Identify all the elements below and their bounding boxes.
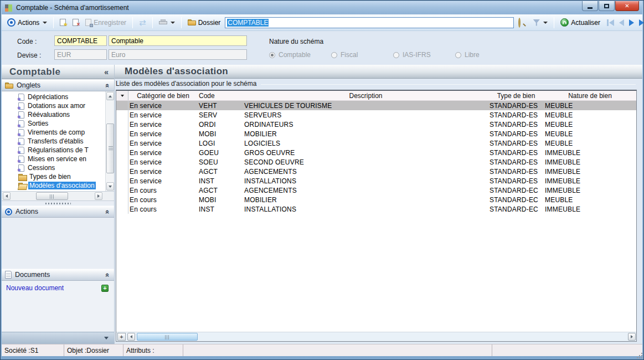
column-header[interactable]: Code — [198, 92, 243, 100]
tree-item[interactable]: Transferts d'établis — [2, 137, 105, 146]
table-row[interactable]: En cours AGCT AGENCEMENTS STANDARD-EC IM… — [116, 186, 636, 195]
table-row[interactable]: En service INST INSTALLATIONS STANDARD-E… — [116, 176, 636, 186]
table-row[interactable]: En service SOEU SECOND OEUVRE STANDARD-E… — [116, 157, 636, 167]
minimize-button[interactable] — [582, 1, 598, 11]
table-row[interactable]: En service LOGI LOGICIELS STANDARD-ES ME… — [116, 138, 636, 148]
search-input[interactable]: COMPTABLE — [225, 17, 514, 28]
delete-button[interactable]: ✕ — [70, 18, 81, 27]
add-document-button[interactable]: + — [101, 285, 109, 292]
column-header[interactable]: Catégorie de bien — [128, 92, 198, 100]
table-row[interactable]: En service VEHT VEHICULES DE TOURISME ST… — [116, 101, 636, 110]
row-selector-cell[interactable] — [116, 101, 128, 110]
row-selector-cell[interactable] — [116, 148, 128, 157]
row-selector-cell[interactable] — [116, 129, 128, 138]
new-button[interactable]: ★ — [58, 18, 68, 27]
tree-item[interactable]: Régularisations de T — [2, 146, 105, 155]
nouveau-document-link[interactable]: Nouveau document — [6, 284, 64, 292]
scrollbar-thumb[interactable] — [106, 124, 114, 173]
scroll-down-button[interactable] — [106, 182, 114, 191]
tree-item[interactable]: Dépréciations — [2, 92, 105, 101]
table-row[interactable]: En service ORDI ORDINATEURS STANDARD-ES … — [116, 120, 636, 129]
tree-item[interactable]: Sorties — [2, 119, 105, 128]
tree-item[interactable]: Types de bien — [2, 172, 105, 181]
table-row[interactable]: En service MOBI MOBILIER STANDARD-ES MEU… — [116, 129, 636, 138]
cell-type: STANDARD-EC — [488, 205, 544, 213]
filter-button[interactable] — [530, 18, 550, 27]
last-icon — [639, 19, 644, 26]
column-selector-button[interactable] — [116, 91, 128, 100]
collapse-section-icon[interactable]: « — [104, 83, 112, 87]
cell-nature: IMMEUBLE — [544, 205, 636, 213]
tree-item[interactable]: Réévaluations — [2, 110, 105, 119]
resize-grip[interactable] — [636, 352, 642, 358]
sidebar-title: Comptable — [9, 66, 60, 78]
column-header[interactable]: Description — [243, 92, 488, 100]
row-selector-cell[interactable] — [116, 138, 128, 148]
table-row[interactable]: En service AGCT AGENCEMENTS STANDARD-ES … — [116, 167, 636, 176]
print-button[interactable] — [157, 18, 177, 27]
tree-horizontal-scrollbar[interactable] — [2, 192, 114, 201]
search-button[interactable] — [516, 18, 528, 28]
dossier-button[interactable]: Dossier — [186, 18, 223, 28]
onglets-section-header[interactable]: Onglets « — [2, 79, 114, 91]
tree-item[interactable]: Modèles d'association — [2, 181, 105, 190]
title-bar[interactable]: Comptable - Schéma d'amortissement ✕ — [2, 1, 642, 14]
scroll-right-button[interactable] — [628, 333, 636, 341]
nature-radio-option[interactable]: Fiscal — [331, 51, 393, 59]
chevron-down-icon[interactable] — [104, 337, 109, 340]
table-row[interactable]: En cours MOBI MOBILIER STANDARD-EC MEUBL… — [116, 195, 636, 204]
row-selector-cell[interactable] — [116, 204, 128, 214]
row-selector-cell[interactable] — [116, 176, 128, 186]
row-selector-cell[interactable] — [116, 157, 128, 167]
nature-radio-option[interactable]: Libre — [455, 51, 517, 59]
row-selector-cell[interactable] — [116, 186, 128, 195]
maximize-button[interactable] — [599, 1, 615, 11]
tree-vertical-scrollbar[interactable] — [105, 91, 114, 191]
cell-description: AGENCEMENTS — [243, 187, 488, 194]
splitter-handle[interactable] — [2, 201, 114, 205]
table-horizontal-scrollbar[interactable]: + — [116, 332, 636, 341]
collapse-sidebar-icon[interactable]: « — [104, 68, 109, 76]
last-record-button[interactable] — [639, 19, 644, 26]
collapse-section-icon[interactable]: « — [104, 272, 112, 276]
row-selector-cell[interactable] — [116, 120, 128, 129]
devise-field[interactable] — [54, 49, 107, 60]
collapse-section-icon[interactable]: « — [104, 209, 112, 213]
tree-item[interactable]: Mises en service en — [2, 155, 105, 163]
first-record-button[interactable] — [607, 19, 614, 26]
close-button[interactable]: ✕ — [615, 1, 639, 11]
actions-button[interactable]: Actions — [5, 17, 49, 28]
actualiser-button[interactable]: Actualiser — [558, 17, 602, 28]
scroll-left-button[interactable] — [3, 192, 11, 200]
column-header[interactable]: Type de bien — [488, 92, 544, 100]
table-row[interactable]: En service SERV SERVEURS STANDARD-ES MEU… — [116, 110, 636, 120]
scrollbar-thumb[interactable] — [36, 192, 68, 200]
row-selector-cell[interactable] — [116, 110, 128, 120]
tree-item[interactable]: Cessions — [2, 163, 105, 172]
cell-categorie: En service — [128, 168, 198, 176]
table-row[interactable]: En service GOEU GROS OEUVRE STANDARD-ES … — [116, 148, 636, 157]
row-selector-cell[interactable] — [116, 167, 128, 176]
actions-section-header[interactable]: Actions « — [2, 205, 114, 218]
add-row-button[interactable]: + — [117, 333, 126, 341]
tree-item[interactable]: Virements de comp — [2, 128, 105, 137]
refresh-button[interactable]: ⇄ — [137, 18, 148, 28]
row-selector-cell[interactable] — [116, 195, 128, 204]
table-row[interactable]: En cours INST INSTALLATIONS STANDARD-EC … — [116, 204, 636, 214]
documents-section-header[interactable]: Documents « — [2, 269, 114, 281]
scroll-up-button[interactable] — [106, 92, 114, 100]
next-record-button[interactable] — [629, 19, 634, 26]
scrollbar-thumb[interactable] — [137, 333, 198, 341]
devise-name-field[interactable] — [109, 49, 247, 60]
column-header[interactable]: Nature de bien — [544, 92, 636, 100]
actions-panel-empty — [2, 218, 114, 269]
nature-radio-option[interactable]: Comptable — [269, 51, 331, 59]
code-name-field[interactable] — [109, 35, 247, 46]
tree-item[interactable]: Dotations aux amor — [2, 101, 105, 110]
nature-radio-option[interactable]: IAS-IFRS — [393, 51, 455, 59]
scroll-right-button[interactable] — [95, 192, 102, 200]
previous-record-button[interactable] — [619, 19, 624, 26]
save-button[interactable]: Enregistrer — [83, 18, 128, 28]
scroll-left-button[interactable] — [127, 333, 135, 341]
code-field[interactable] — [54, 35, 107, 46]
